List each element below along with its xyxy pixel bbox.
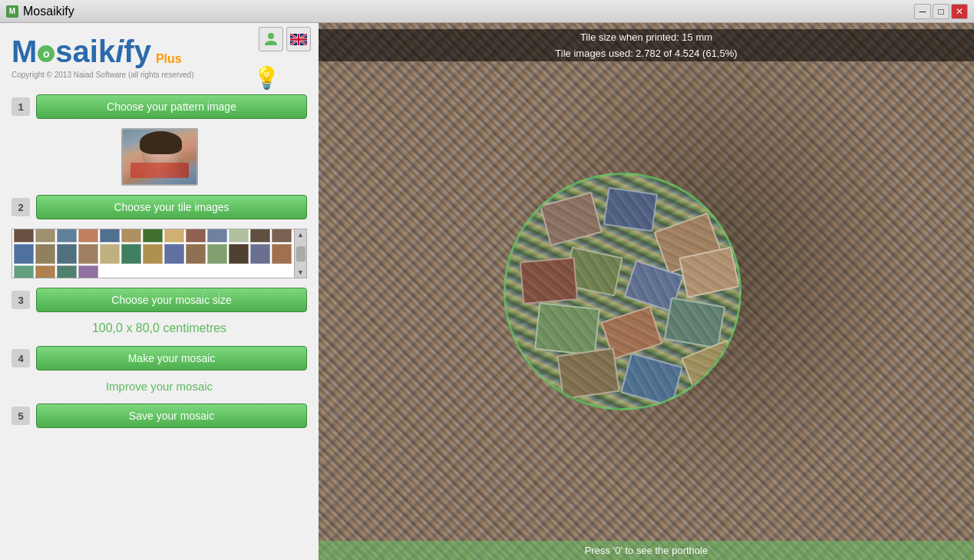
left-panel: Mosaikify Plus Copyright © 2013 Naiad So… — [0, 23, 319, 560]
tile-item — [35, 265, 55, 279]
tile-item — [186, 229, 206, 242]
tile-item — [207, 244, 227, 264]
scattered-tile — [556, 348, 619, 400]
step-4-row: 4 Make your mosaic — [12, 346, 307, 371]
tile-strip: ▲ ▼ — [12, 229, 307, 278]
tile-item — [35, 244, 55, 264]
tile-item — [121, 229, 141, 242]
logo-plus: Plus — [156, 52, 182, 66]
tile-scrollbar[interactable]: ▲ ▼ — [294, 229, 306, 278]
tile-item — [250, 244, 270, 264]
uk-flag-icon — [290, 34, 307, 45]
save-mosaic-button[interactable]: Save your mosaic — [36, 404, 307, 428]
tile-item — [164, 244, 184, 264]
tile-item — [14, 244, 34, 264]
tile-item — [14, 229, 34, 242]
step-5-row: 5 Save your mosaic — [12, 404, 307, 428]
step-2-row: 2 Choose your tile images — [12, 195, 307, 219]
logo-text: Mosaikify — [12, 35, 151, 69]
mosaic-size-value: 100,0 x 80,0 centimetres — [12, 321, 307, 335]
tile-item — [78, 265, 98, 279]
maximize-button[interactable]: □ — [933, 4, 949, 19]
titlebar-title: Mosaikify — [23, 5, 74, 18]
tile-item — [57, 229, 77, 242]
pattern-thumbnail[interactable] — [121, 128, 198, 186]
logo-o-circle: o — [38, 45, 54, 62]
tile-item — [78, 244, 98, 264]
minimize-button[interactable]: ─ — [914, 4, 931, 19]
tile-item — [207, 229, 227, 242]
mosaic-display[interactable]: Tile size when printed: 15 mm Tile image… — [319, 23, 974, 560]
titlebar: M Mosaikify ─ □ ✕ — [0, 0, 974, 23]
improve-mosaic-link[interactable]: Improve your mosaic — [12, 380, 307, 393]
close-button[interactable]: ✕ — [951, 4, 968, 19]
scattered-tile — [620, 353, 683, 407]
app-icon: M — [6, 5, 18, 18]
scattered-tile — [603, 187, 658, 232]
tile-images-grid — [12, 229, 306, 278]
tile-item — [229, 229, 249, 242]
titlebar-controls: ─ □ ✕ — [914, 4, 968, 19]
lightbulb-icon[interactable]: 💡 — [253, 65, 280, 91]
scroll-up-arrow[interactable]: ▲ — [296, 229, 305, 240]
scroll-down-arrow[interactable]: ▼ — [296, 267, 305, 278]
tile-item — [143, 229, 163, 242]
tile-item — [57, 265, 77, 279]
tile-item — [272, 229, 292, 242]
tile-item — [57, 244, 77, 264]
svg-point-0 — [268, 33, 274, 39]
tile-item — [78, 229, 98, 242]
tile-item — [100, 244, 120, 264]
scattered-tile — [520, 257, 579, 305]
porthole-circle — [504, 173, 741, 410]
step-2-number: 2 — [12, 198, 30, 216]
choose-pattern-button[interactable]: Choose your pattern image — [36, 94, 307, 119]
step-5-number: 5 — [12, 407, 30, 425]
right-panel: Tile size when printed: 15 mm Tile image… — [319, 23, 974, 560]
scattered-tile — [534, 302, 600, 356]
tile-item — [14, 265, 34, 279]
step-3-row: 3 Choose your mosaic size — [12, 288, 307, 312]
tile-item — [272, 244, 292, 264]
tile-item — [100, 229, 120, 242]
tile-item — [186, 244, 206, 264]
make-mosaic-button[interactable]: Make your mosaic — [36, 346, 307, 371]
scroll-thumb[interactable] — [296, 246, 305, 262]
flag-button[interactable] — [286, 27, 311, 51]
tile-item — [121, 244, 141, 264]
pattern-preview — [12, 128, 307, 186]
person-icon — [263, 31, 279, 47]
choose-size-button[interactable]: Choose your mosaic size — [36, 288, 307, 312]
tile-item — [35, 229, 55, 242]
step-1-row: 1 Choose your pattern image — [12, 94, 307, 119]
scattered-tile — [664, 297, 726, 349]
choose-tiles-button[interactable]: Choose your tile images — [36, 195, 307, 219]
scattered-tile — [540, 192, 603, 246]
step-1-number: 1 — [12, 97, 30, 116]
titlebar-left: M Mosaikify — [6, 5, 74, 18]
step-3-number: 3 — [12, 291, 30, 309]
top-right-buttons — [259, 27, 311, 51]
person-button[interactable] — [259, 27, 283, 51]
tile-item — [250, 229, 270, 242]
tile-item — [164, 229, 184, 242]
tile-item — [143, 244, 163, 264]
main-layout: Mosaikify Plus Copyright © 2013 Naiad So… — [0, 23, 974, 560]
tile-item — [229, 244, 249, 264]
step-4-number: 4 — [12, 349, 30, 367]
